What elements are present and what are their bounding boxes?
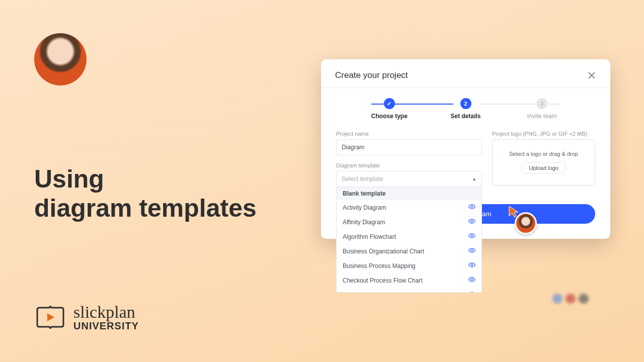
option-label: Business Process Mapping — [343, 262, 416, 269]
step-set-details[interactable]: 2 Set details — [428, 98, 504, 120]
preview-eye-icon[interactable] — [468, 276, 475, 285]
preview-eye-icon[interactable] — [468, 218, 475, 226]
template-option[interactable]: Checkout Process Flow Chart — [337, 273, 481, 288]
option-label: Business Organizational Chart — [343, 248, 424, 255]
option-label: Affinity Diagram — [343, 219, 385, 226]
close-icon[interactable] — [587, 71, 596, 80]
preview-eye-icon[interactable] — [468, 203, 475, 212]
step-choose-type[interactable]: ✓ Choose type — [351, 98, 428, 120]
preview-eye-icon[interactable] — [468, 261, 475, 270]
svg-point-1 — [471, 220, 473, 222]
select-placeholder: Select template — [342, 175, 383, 183]
project-logo-label: Project logo (PNG, JPG or GIF <2 MB) — [492, 131, 595, 137]
option-label: Company Organizational Chart — [343, 292, 426, 293]
page-title: Using diagram templates — [34, 165, 257, 223]
brand-name: slickplan — [73, 304, 139, 321]
chevron-up-icon: ▲ — [472, 176, 476, 182]
upload-logo-button[interactable]: Upload logo — [521, 162, 566, 174]
step-label: Set details — [428, 113, 504, 120]
svg-point-4 — [471, 264, 473, 266]
option-label: Checkout Process Flow Chart — [343, 277, 423, 284]
svg-point-5 — [471, 279, 473, 281]
svg-point-3 — [471, 249, 473, 251]
step-invite-team[interactable]: 3 Invite team — [504, 98, 580, 120]
create-project-modal: Create your project ✓ Choose type 2 Set … — [321, 59, 610, 239]
template-option[interactable]: Algorithm Flowchart — [337, 229, 481, 244]
brand-logo: slickplan UNIVERSITY — [34, 304, 139, 331]
project-name-label: Project name — [336, 131, 482, 137]
brand-sub: UNIVERSITY — [73, 321, 139, 331]
option-label: Blank template — [343, 190, 385, 197]
template-label: Diagram template — [336, 162, 482, 168]
title-line: diagram templates — [34, 194, 257, 223]
preview-eye-icon[interactable] — [468, 247, 475, 255]
svg-point-2 — [471, 235, 473, 237]
check-icon: ✓ — [384, 98, 395, 109]
template-option[interactable]: Company Organizational Chart — [337, 288, 481, 293]
preview-eye-icon[interactable] — [468, 232, 475, 241]
step-label: Invite team — [504, 113, 580, 120]
template-option[interactable]: Business Organizational Chart — [337, 244, 481, 258]
step-label: Choose type — [351, 113, 428, 120]
template-option[interactable]: Activity Diagram — [337, 200, 481, 215]
title-line: Using — [34, 165, 257, 194]
template-option[interactable]: Business Process Mapping — [337, 258, 481, 273]
play-badge-icon — [34, 305, 66, 330]
template-dropdown[interactable]: Blank templateActivity DiagramAffinity D… — [336, 187, 482, 293]
preview-eye-icon[interactable] — [468, 291, 475, 293]
template-option[interactable]: Blank template — [337, 187, 481, 200]
background-avatars — [552, 294, 589, 304]
svg-point-0 — [471, 206, 473, 208]
presenter-avatar — [34, 33, 87, 85]
stepper: ✓ Choose type 2 Set details 3 Invite tea… — [321, 88, 610, 126]
modal-title: Create your project — [335, 70, 408, 80]
template-option[interactable]: Affinity Diagram — [337, 215, 481, 229]
cursor-icon — [508, 205, 519, 218]
project-name-input[interactable] — [336, 139, 482, 155]
logo-dropzone[interactable]: Select a logo or drag & drop Upload logo — [492, 139, 595, 186]
option-label: Activity Diagram — [343, 204, 386, 211]
template-select[interactable]: Select template ▲ — [336, 171, 482, 187]
dropzone-text: Select a logo or drag & drop — [498, 151, 590, 157]
option-label: Algorithm Flowchart — [343, 233, 396, 240]
